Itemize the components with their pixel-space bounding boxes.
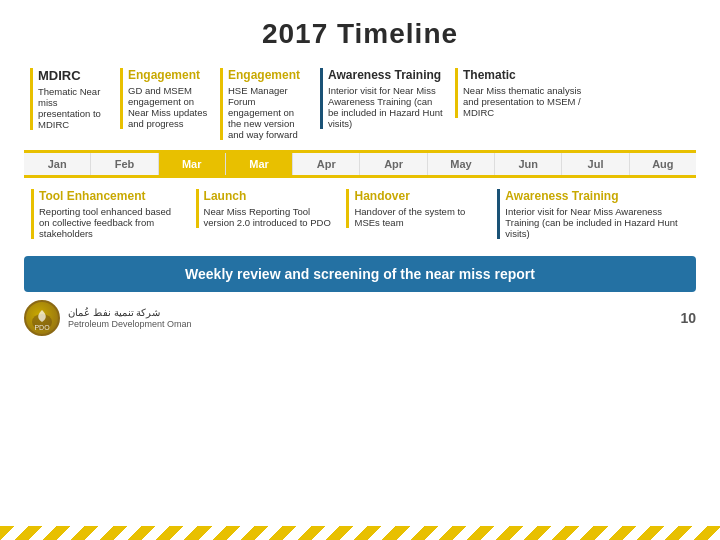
- month-jul: Jul: [562, 153, 629, 175]
- top-timeline-row: MDIRC Thematic Near miss presentation to…: [24, 64, 696, 146]
- engagement1-card: Engagement GD and MSEM engagement on Nea…: [114, 64, 214, 146]
- awareness-training2-wrapper: Awareness Training Interior visit for Ne…: [497, 189, 689, 239]
- logo-text: شركة تنمية نفط عُمان Petroleum Developme…: [68, 306, 192, 331]
- bottom-timeline-row: Tool Enhancement Reporting tool enhanced…: [24, 184, 696, 246]
- thematic-content: Near Miss thematic analysis and presenta…: [463, 85, 583, 118]
- launch-card: Launch Near Miss Reporting Tool version …: [189, 184, 340, 246]
- handover-card: Handover Handover of the system to MSEs …: [339, 184, 490, 246]
- engagement2-content: HSE Manager Forum engagement on the new …: [228, 85, 308, 140]
- month-aug: Aug: [630, 153, 696, 175]
- tool-enhancement-card: Tool Enhancement Reporting tool enhanced…: [24, 184, 189, 246]
- mdirc-title: MDIRC: [38, 68, 108, 83]
- company-logo: PDO: [24, 300, 60, 336]
- company-arabic-name: شركة تنمية نفط عُمان: [68, 306, 192, 319]
- month-apr2: Apr: [360, 153, 427, 175]
- engagement2-wrapper: Engagement HSE Manager Forum engagement …: [220, 68, 308, 140]
- logo-svg: PDO: [26, 304, 58, 336]
- mdirc-content: Thematic Near miss presentation to MDIRC: [38, 86, 108, 130]
- bottom-banner: Weekly review and screening of the near …: [24, 256, 696, 292]
- mdirc-wrapper: MDIRC Thematic Near miss presentation to…: [30, 68, 108, 130]
- mdirc-card: MDIRC Thematic Near miss presentation to…: [24, 64, 114, 146]
- thematic-title: Thematic: [463, 68, 583, 82]
- handover-title: Handover: [354, 189, 483, 203]
- month-feb: Feb: [91, 153, 158, 175]
- engagement2-card: Engagement HSE Manager Forum engagement …: [214, 64, 314, 146]
- engagement1-title: Engagement: [128, 68, 208, 82]
- engagement1-wrapper: Engagement GD and MSEM engagement on Nea…: [120, 68, 208, 129]
- launch-content: Near Miss Reporting Tool version 2.0 int…: [204, 206, 333, 228]
- awareness-card: Awareness Training Interior visit for Ne…: [314, 64, 449, 146]
- awareness-training2-content: Interior visit for Near Miss Awareness T…: [505, 206, 689, 239]
- page-title: 2017 Timeline: [24, 18, 696, 50]
- svg-text:PDO: PDO: [34, 324, 50, 331]
- awareness-wrapper: Awareness Training Interior visit for Ne…: [320, 68, 443, 129]
- handover-content: Handover of the system to MSEs team: [354, 206, 483, 228]
- month-may: May: [428, 153, 495, 175]
- logo-area: PDO شركة تنمية نفط عُمان Petroleum Devel…: [24, 300, 192, 336]
- tool-enhancement-wrapper: Tool Enhancement Reporting tool enhanced…: [31, 189, 182, 239]
- month-jan: Jan: [24, 153, 91, 175]
- month-mar2: Mar: [226, 153, 293, 175]
- company-english-name: Petroleum Development Oman: [68, 319, 192, 331]
- thematic-wrapper: Thematic Near Miss thematic analysis and…: [455, 68, 583, 118]
- awareness-training2-card: Awareness Training Interior visit for Ne…: [490, 184, 696, 246]
- footer: PDO شركة تنمية نفط عُمان Petroleum Devel…: [24, 300, 696, 336]
- awareness-content: Interior visit for Near Miss Awareness T…: [328, 85, 443, 129]
- tool-enhancement-content: Reporting tool enhanced based on collect…: [39, 206, 182, 239]
- month-mar1: Mar: [159, 153, 226, 175]
- months-row: Jan Feb Mar Mar Apr Apr May Jun Jul Aug: [24, 150, 696, 178]
- launch-title: Launch: [204, 189, 333, 203]
- handover-wrapper: Handover Handover of the system to MSEs …: [346, 189, 483, 228]
- zigzag-decoration: [0, 526, 720, 540]
- page: 2017 Timeline MDIRC Thematic Near miss p…: [0, 0, 720, 540]
- month-jun: Jun: [495, 153, 562, 175]
- tool-enhancement-title: Tool Enhancement: [39, 189, 182, 203]
- awareness-title: Awareness Training: [328, 68, 443, 82]
- awareness-training2-title: Awareness Training: [505, 189, 689, 203]
- month-apr1: Apr: [293, 153, 360, 175]
- launch-wrapper: Launch Near Miss Reporting Tool version …: [196, 189, 333, 228]
- thematic-card: Thematic Near Miss thematic analysis and…: [449, 64, 589, 146]
- page-number: 10: [680, 310, 696, 326]
- engagement2-title: Engagement: [228, 68, 308, 82]
- engagement1-content: GD and MSEM engagement on Near Miss upda…: [128, 85, 208, 129]
